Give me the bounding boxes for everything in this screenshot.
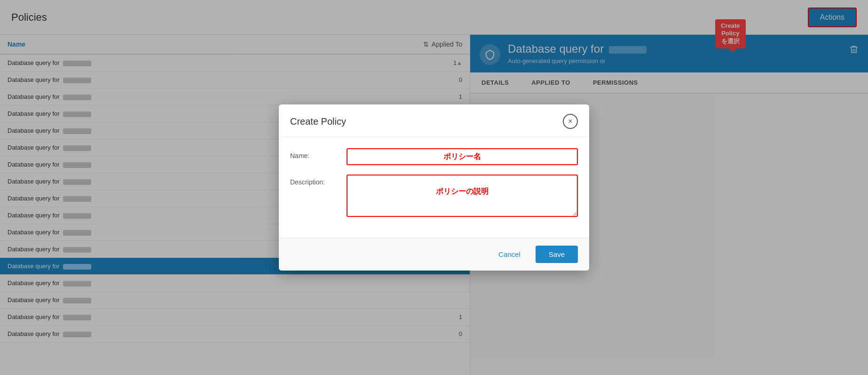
description-input[interactable] xyxy=(347,175,578,217)
create-policy-modal: Create Policy × Name: ポリシー名 Description:… xyxy=(279,104,589,271)
save-button[interactable]: Save xyxy=(536,246,578,263)
modal-close-button[interactable]: × xyxy=(563,114,578,129)
name-label: Name: xyxy=(290,148,347,160)
modal-header: Create Policy × xyxy=(279,104,589,137)
modal-body: Name: ポリシー名 Description: ポリシーの説明 xyxy=(279,137,589,238)
description-form-group: Description: ポリシーの説明 xyxy=(290,175,578,217)
name-input[interactable] xyxy=(347,148,578,165)
description-label: Description: xyxy=(290,175,347,186)
name-form-group: Name: ポリシー名 xyxy=(290,148,578,165)
modal-title: Create Policy xyxy=(290,116,346,127)
modal-overlay[interactable]: Create Policy × Name: ポリシー名 Description:… xyxy=(0,0,868,375)
modal-footer: Cancel Save xyxy=(279,238,589,271)
cancel-button[interactable]: Cancel xyxy=(489,246,530,263)
